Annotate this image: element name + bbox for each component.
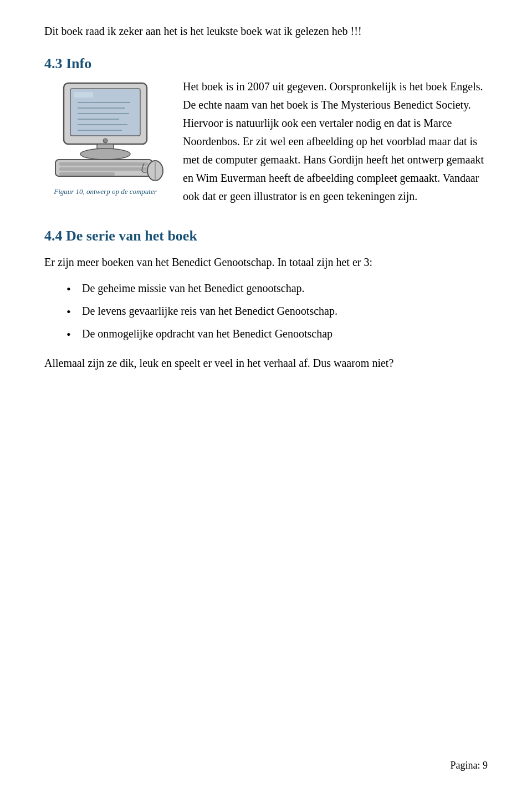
section-43-body: Het boek is in 2007 uit gegeven. Oorspro… (183, 78, 488, 206)
svg-point-11 (103, 139, 108, 143)
section-44: 4.4 De serie van het boek (44, 228, 488, 244)
computer-illustration (47, 78, 163, 183)
list-item: De geheime missie van het Benedict genoo… (66, 279, 488, 298)
page: Dit boek raad ik zeker aan het is het le… (0, 0, 532, 788)
svg-rect-8 (59, 172, 115, 176)
closing-text: Allemaal zijn ze dik, leuk en speelt er … (44, 354, 488, 372)
section-44-intro: Er zijn meer boeken van het Benedict Gen… (44, 253, 488, 272)
page-number: Pagina: 9 (451, 760, 488, 771)
section-44-heading: 4.4 De serie van het boek (44, 228, 488, 244)
bullet-list: De geheime missie van het Benedict genoo… (66, 279, 488, 343)
intro-text: Dit boek raad ik zeker aan het is het le… (44, 22, 488, 40)
list-item: De levens gevaarlijke reis van het Bened… (66, 302, 488, 320)
figure-container: Figuur 10, ontwerp op de computer (44, 78, 166, 196)
svg-rect-7 (59, 167, 148, 171)
svg-rect-6 (59, 162, 148, 166)
section-43: 4.3 Info (44, 55, 488, 206)
svg-point-4 (80, 149, 130, 160)
list-item: De onmogelijke opdracht van het Benedict… (66, 325, 488, 343)
svg-rect-2 (74, 92, 93, 98)
figure-caption: Figuur 10, ontwerp op de computer (54, 187, 157, 196)
section-43-heading: 4.3 Info (44, 55, 488, 72)
figure-text-wrap: Figuur 10, ontwerp op de computer Het bo… (44, 78, 488, 206)
